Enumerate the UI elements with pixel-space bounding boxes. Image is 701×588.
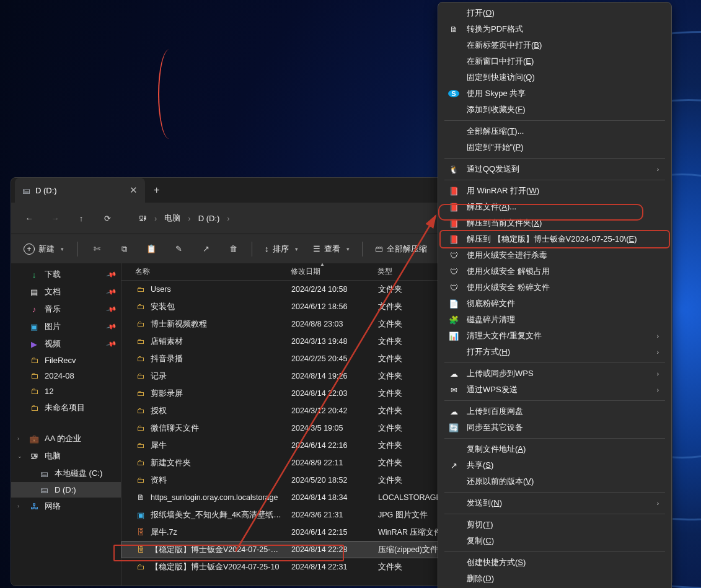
context-menu-item[interactable]: 发送到(N)›	[441, 495, 669, 511]
context-menu-item[interactable]: 🗎转换为PDF格式	[441, 21, 669, 37]
sidebar-item-icon: ▶	[29, 340, 40, 349]
view-button[interactable]: ☰ 查看 ▾	[307, 240, 356, 258]
context-menu-item[interactable]: 固定到"开始"(P)	[441, 139, 669, 156]
toolbar-separator	[77, 242, 78, 257]
chevron-down-icon: ▾	[295, 246, 298, 252]
context-menu-item[interactable]: 复制文件地址(A)	[441, 441, 669, 457]
new-button[interactable]: + 新建 ▾	[16, 240, 71, 258]
sidebar-item[interactable]: ▣图片📌	[11, 318, 121, 335]
delete-button[interactable]: 🗑	[221, 238, 245, 260]
menu-separator	[444, 180, 665, 180]
file-name: 微信聊天文件	[151, 423, 199, 434]
sidebar-item[interactable]: 🗀12	[11, 384, 121, 399]
context-menu-item[interactable]: ☁上传到百度网盘	[441, 403, 669, 419]
sidebar-item-label: 未命名项目	[45, 402, 85, 413]
context-menu-item[interactable]: 还原以前的版本(V)	[441, 473, 669, 489]
context-menu-item[interactable]: ☁上传或同步到WPS›	[441, 366, 669, 382]
menu-item-icon: 🗎	[448, 25, 459, 34]
context-menu-item[interactable]: 🛡使用火绒安全 解锁占用	[441, 263, 669, 279]
context-menu-item[interactable]: 📕解压文件(A)...	[441, 199, 669, 215]
menu-item-label: 复制文件地址(A)	[467, 444, 659, 455]
chevron-down-icon: ▾	[61, 246, 64, 252]
tab-close-icon[interactable]: ✕	[130, 185, 138, 196]
paste-button[interactable]: 📋	[139, 238, 164, 260]
file-date: 2024/8/14 19:26	[286, 372, 373, 380]
share-button[interactable]: ↗	[193, 238, 218, 260]
menu-item-icon: 📄	[448, 299, 459, 309]
context-menu-item[interactable]: ✉通过WPS发送›	[441, 382, 669, 398]
sidebar-item[interactable]: ▶视频📌	[11, 335, 121, 353]
sidebar-item[interactable]: 🗀未命名项目	[11, 399, 121, 416]
cut-button[interactable]: ✄	[84, 238, 109, 260]
sidebar-item[interactable]: ›💼AA 的企业	[11, 430, 121, 447]
sidebar-item[interactable]: ♪音乐📌	[11, 301, 121, 318]
context-menu-item[interactable]: 打开(O)	[441, 5, 669, 21]
sidebar-item[interactable]: ↓下载📌	[11, 266, 121, 283]
context-menu-item[interactable]: 📄彻底粉碎文件	[441, 296, 669, 312]
sidebar-item[interactable]: 🖴D (D:)	[11, 482, 121, 498]
column-date[interactable]: 修改日期	[286, 266, 373, 277]
file-name: 新建文件夹	[151, 458, 191, 468]
file-date: 2024/3/13 19:48	[286, 337, 373, 346]
menu-item-icon: ☁	[448, 407, 459, 416]
context-menu-item[interactable]: 打开方式(H)›	[441, 344, 669, 360]
file-type-icon: 🗀	[136, 354, 146, 363]
menu-item-label: 使用火绒安全进行杀毒	[467, 250, 659, 261]
context-menu-item[interactable]: 添加到收藏夹(F)	[441, 102, 669, 118]
nav-up-button[interactable]: ↑	[69, 206, 93, 230]
context-menu-item[interactable]: 📕用 WinRAR 打开(W)	[441, 183, 669, 199]
menu-item-label: 共享(S)	[467, 460, 659, 471]
sidebar-item[interactable]: 🗀FileRecv	[11, 353, 121, 368]
nav-forward-button[interactable]: →	[43, 206, 67, 230]
context-menu-item[interactable]: 删除(D)	[441, 571, 669, 587]
context-menu-item[interactable]: 🛡使用火绒安全 粉碎文件	[441, 279, 669, 296]
context-menu-item[interactable]: 📕解压到 【稳定版】博士钣金V2024-07-25-10\(E)	[441, 231, 669, 247]
toolbar-separator	[252, 242, 252, 257]
nav-back-button[interactable]: ←	[17, 206, 41, 230]
sidebar-item[interactable]: 🗀2024-08	[11, 368, 121, 384]
sidebar-item-icon: ▣	[29, 322, 40, 331]
sort-asc-icon: ▲	[320, 263, 325, 267]
file-name: 安装包	[151, 302, 175, 312]
copy-button[interactable]: ⧉	[112, 238, 136, 260]
context-menu-item[interactable]: 复制(C)	[441, 533, 669, 549]
context-menu-item[interactable]: 🧩磁盘碎片清理	[441, 312, 669, 328]
nav-refresh-button[interactable]: ⟳	[95, 206, 119, 230]
file-name: 授权	[151, 406, 167, 416]
context-menu-item[interactable]: ↗共享(S)	[441, 457, 669, 473]
sidebar-item[interactable]: ⌄🖳电脑	[11, 447, 121, 465]
context-menu-item[interactable]: 🔄同步至其它设备	[441, 419, 669, 436]
new-button-label: 新建	[38, 244, 55, 255]
sidebar-item[interactable]: ▤文档📌	[11, 283, 121, 301]
context-menu-item[interactable]: 在新标签页中打开(B)	[441, 37, 669, 53]
view-label: 查看	[324, 244, 340, 255]
sidebar-item-label: 视频	[45, 338, 61, 349]
context-menu-item[interactable]: S使用 Skype 共享	[441, 86, 669, 102]
sidebar-item[interactable]: 🖴本地磁盘 (C:)	[11, 465, 121, 482]
breadcrumb-segment[interactable]: 电脑	[161, 211, 184, 225]
tab-active[interactable]: 🖴 D (D:) ✕	[15, 178, 145, 203]
sort-button[interactable]: ↕ 排序 ▾	[258, 240, 304, 258]
context-menu-item[interactable]: 创建快捷方式(S)	[441, 555, 669, 571]
menu-separator	[444, 362, 665, 363]
context-menu-item[interactable]: 📊清理大文件/重复文件›	[441, 328, 669, 344]
breadcrumb-pc-icon[interactable]: 🖳	[135, 213, 151, 224]
menu-item-label: 通过WPS发送	[467, 384, 650, 395]
sidebar-item[interactable]: ›🖧网络	[11, 498, 121, 515]
menu-separator	[444, 514, 665, 514]
pin-icon: 📌	[106, 286, 118, 297]
column-name[interactable]: 名称	[121, 266, 286, 277]
new-tab-button[interactable]: +	[145, 178, 168, 203]
context-menu-item[interactable]: 全部解压缩(T)...	[441, 123, 669, 139]
context-menu-item[interactable]: 🐧通过QQ发送到›	[441, 161, 669, 177]
context-menu-item[interactable]: 📕解压到当前文件夹(X)	[441, 215, 669, 231]
extract-all-button[interactable]: 🗃 全部解压缩	[369, 240, 433, 258]
context-menu-item[interactable]: 在新窗口中打开(E)	[441, 53, 669, 69]
context-menu-item[interactable]: 剪切(T)	[441, 517, 669, 533]
breadcrumb-segment[interactable]: D (D:)	[195, 213, 224, 224]
submenu-chevron-icon: ›	[657, 500, 659, 507]
context-menu-item[interactable]: 🛡使用火绒安全进行杀毒	[441, 247, 669, 263]
rename-button[interactable]: ✎	[166, 238, 191, 260]
context-menu-item[interactable]: 固定到快速访问(Q)	[441, 69, 669, 86]
menu-item-icon: ☁	[448, 369, 459, 379]
